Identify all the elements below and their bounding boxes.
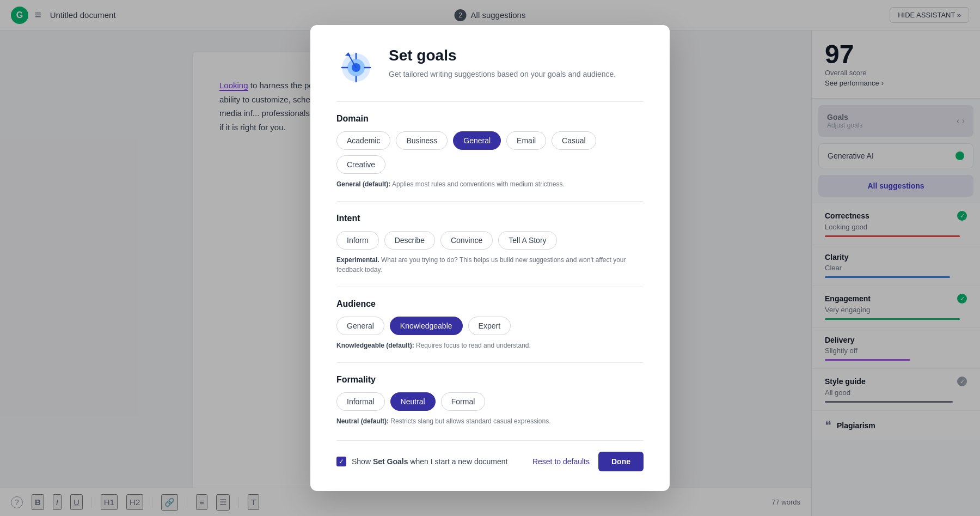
intent-chip-describe[interactable]: Describe [384,231,435,250]
audience-chip-general[interactable]: General [336,317,384,335]
audience-section: Audience General Knowledgeable Expert Kn… [336,287,644,362]
modal-title: Set goals [389,47,616,64]
domain-chip-academic[interactable]: Academic [336,131,390,150]
audience-description: Knowledgeable (default): Requires focus … [336,341,644,350]
modal-description: Get tailored writing suggestions based o… [389,69,616,80]
set-goals-modal: Set goals Get tailored writing suggestio… [310,25,670,491]
domain-chips: Academic Business General Email Casual C… [336,131,644,174]
modal-header: Set goals Get tailored writing suggestio… [336,47,644,86]
domain-description: General (default): Applies most rules an… [336,179,644,189]
intent-chip-tell-a-story[interactable]: Tell A Story [498,231,556,250]
domain-chip-creative[interactable]: Creative [336,155,385,174]
intent-description: Experimental. What are you trying to do?… [336,255,644,275]
domain-chip-casual[interactable]: Casual [552,131,596,150]
intent-chip-inform[interactable]: Inform [336,231,379,250]
modal-footer: ✓ Show Set Goals when I start a new docu… [336,440,644,471]
svg-marker-8 [345,52,351,56]
intent-chips: Inform Describe Convince Tell A Story [336,231,644,250]
domain-chip-general[interactable]: General [453,131,501,150]
done-button[interactable]: Done [598,452,644,471]
formality-chip-informal[interactable]: Informal [336,392,385,411]
intent-label: Intent [336,214,644,223]
formality-label: Formality [336,375,644,385]
formality-section: Formality Informal Neutral Formal Neutra… [336,362,644,438]
domain-section: Domain Academic Business General Email C… [336,101,644,201]
domain-chip-email[interactable]: Email [506,131,546,150]
domain-chip-business[interactable]: Business [396,131,448,150]
audience-chips: General Knowledgeable Expert [336,317,644,335]
formality-chips: Informal Neutral Formal [336,392,644,411]
audience-chip-knowledgeable[interactable]: Knowledgeable [390,317,463,335]
show-goals-label: Show Set Goals when I start a new docume… [352,457,507,466]
target-icon [338,48,375,85]
modal-overlay: Set goals Get tailored writing suggestio… [0,0,980,516]
modal-icon-wrap [336,47,376,86]
reset-to-defaults-button[interactable]: Reset to defaults [532,457,590,466]
intent-section: Intent Inform Describe Convince Tell A S… [336,201,644,287]
audience-chip-expert[interactable]: Expert [468,317,511,335]
show-goals-checkbox-area: ✓ Show Set Goals when I start a new docu… [336,457,507,466]
intent-chip-convince[interactable]: Convince [440,231,493,250]
formality-chip-formal[interactable]: Formal [441,392,486,411]
formality-description: Neutral (default): Restricts slang but a… [336,416,644,426]
audience-label: Audience [336,299,644,309]
domain-label: Domain [336,114,644,124]
show-goals-checkbox[interactable]: ✓ [336,457,346,466]
formality-chip-neutral[interactable]: Neutral [390,392,436,411]
